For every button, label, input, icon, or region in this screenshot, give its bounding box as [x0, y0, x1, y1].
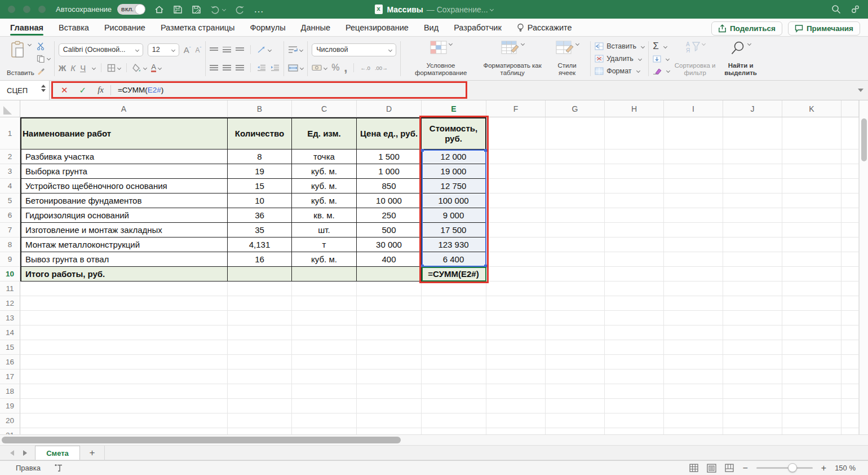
cell-H4[interactable]: [605, 179, 664, 193]
cell-J19[interactable]: [723, 399, 782, 414]
cell-H15[interactable]: [605, 340, 664, 355]
tab-dannye[interactable]: Данные: [301, 19, 330, 37]
cell-A8[interactable]: Монтаж металлоконструкций: [20, 238, 228, 252]
cell-D17[interactable]: [357, 370, 422, 384]
cell-A11[interactable]: [20, 282, 228, 296]
cell-C20[interactable]: [292, 414, 357, 428]
cell-F21[interactable]: [486, 428, 546, 434]
add-sheet-button[interactable]: +: [80, 446, 105, 460]
cell-A21[interactable]: [20, 428, 228, 434]
cell-J1[interactable]: [723, 117, 782, 149]
row-header-7[interactable]: 7: [0, 223, 20, 238]
cell-F20[interactable]: [486, 414, 546, 428]
tab-rasskazhite[interactable]: Расскажите: [517, 19, 572, 37]
cell-H2[interactable]: [605, 149, 664, 164]
confirm-formula-button[interactable]: ✓: [79, 85, 87, 95]
decrease-indent-button[interactable]: [257, 64, 266, 71]
column-header-D[interactable]: D: [357, 100, 422, 117]
cell-E18[interactable]: [422, 384, 486, 399]
cell-J16[interactable]: [723, 355, 782, 370]
tab-risovanie[interactable]: Рисование: [104, 19, 145, 37]
cell-B21[interactable]: [228, 428, 292, 434]
cell-F13[interactable]: [486, 311, 546, 326]
column-header-G[interactable]: G: [546, 100, 605, 117]
vertical-scrollbar[interactable]: [859, 100, 868, 434]
cell-A10[interactable]: Итого работы, руб.: [20, 267, 228, 282]
previous-sheet-button[interactable]: [10, 450, 14, 456]
cell-K14[interactable]: [782, 326, 842, 340]
cell-J15[interactable]: [723, 340, 782, 355]
cell-F19[interactable]: [486, 399, 546, 414]
fill-color-button[interactable]: [132, 64, 147, 72]
horizontal-scrollbar-thumb[interactable]: [2, 437, 401, 443]
cell-G7[interactable]: [546, 223, 605, 238]
cell-C17[interactable]: [292, 370, 357, 384]
cell-K11[interactable]: [782, 282, 842, 296]
cell-J17[interactable]: [723, 370, 782, 384]
format-as-table-button[interactable]: Форматировать как таблицу: [477, 39, 548, 78]
cell-C15[interactable]: [292, 340, 357, 355]
cell-B19[interactable]: [228, 399, 292, 414]
redo-button[interactable]: [234, 5, 245, 14]
cell-G11[interactable]: [546, 282, 605, 296]
cell-I4[interactable]: [664, 179, 723, 193]
cell-H10[interactable]: [605, 267, 664, 282]
cell-K17[interactable]: [782, 370, 842, 384]
page-break-view-button[interactable]: [725, 464, 734, 472]
cell-H18[interactable]: [605, 384, 664, 399]
cell-G1[interactable]: [546, 117, 605, 149]
tab-vid[interactable]: Вид: [424, 19, 439, 37]
cell-G3[interactable]: [546, 164, 605, 179]
cell-D12[interactable]: [357, 296, 422, 311]
cell-H19[interactable]: [605, 399, 664, 414]
cell-K4[interactable]: [782, 179, 842, 193]
row-header-15[interactable]: 15: [0, 340, 20, 355]
underline-button[interactable]: Ч: [80, 63, 86, 73]
cell-I10[interactable]: [664, 267, 723, 282]
cell-B10[interactable]: [228, 267, 292, 282]
cell-K19[interactable]: [782, 399, 842, 414]
cell-G9[interactable]: [546, 252, 605, 267]
cell-G10[interactable]: [546, 267, 605, 282]
cell-B3[interactable]: 19: [228, 164, 292, 179]
cell-I19[interactable]: [664, 399, 723, 414]
cell-C8[interactable]: т: [292, 238, 357, 252]
cell-B9[interactable]: 16: [228, 252, 292, 267]
cell-F9[interactable]: [486, 252, 546, 267]
cell-F5[interactable]: [486, 193, 546, 208]
select-all-corner[interactable]: [0, 100, 20, 117]
tab-glavnaya[interactable]: Главная: [10, 19, 43, 37]
cell-I17[interactable]: [664, 370, 723, 384]
cell-I8[interactable]: [664, 238, 723, 252]
increase-decimal-button[interactable]: ←.0: [360, 65, 370, 71]
cell-A3[interactable]: Выборка грунта: [20, 164, 228, 179]
cell-C16[interactable]: [292, 355, 357, 370]
increase-indent-button[interactable]: [271, 64, 280, 71]
cell-K2[interactable]: [782, 149, 842, 164]
autosave-toggle[interactable]: ВКЛ.: [117, 4, 145, 15]
cell-G12[interactable]: [546, 296, 605, 311]
tab-razrabotchik[interactable]: Разработчик: [454, 19, 502, 37]
cell-C12[interactable]: [292, 296, 357, 311]
cell-D14[interactable]: [357, 326, 422, 340]
cell-E12[interactable]: [422, 296, 486, 311]
cell-F2[interactable]: [486, 149, 546, 164]
row-header-18[interactable]: 18: [0, 384, 20, 399]
cell-F11[interactable]: [486, 282, 546, 296]
cell-E1[interactable]: Стоимость, руб.: [422, 117, 486, 149]
cut-button[interactable]: [37, 42, 50, 51]
more-commands-button[interactable]: …: [254, 3, 265, 15]
align-bottom-button[interactable]: [236, 47, 244, 52]
presence-button[interactable]: [850, 5, 860, 14]
cell-I9[interactable]: [664, 252, 723, 267]
cell-K6[interactable]: [782, 208, 842, 223]
cell-I11[interactable]: [664, 282, 723, 296]
cell-C3[interactable]: куб. м.: [292, 164, 357, 179]
cell-E20[interactable]: [422, 414, 486, 428]
cell-E4[interactable]: 12 750: [422, 179, 486, 193]
cell-G20[interactable]: [546, 414, 605, 428]
cell-J7[interactable]: [723, 223, 782, 238]
cell-A7[interactable]: Изготовление и монтаж закладных: [20, 223, 228, 238]
cell-F3[interactable]: [486, 164, 546, 179]
cell-A5[interactable]: Бетонирование фундаментов: [20, 193, 228, 208]
